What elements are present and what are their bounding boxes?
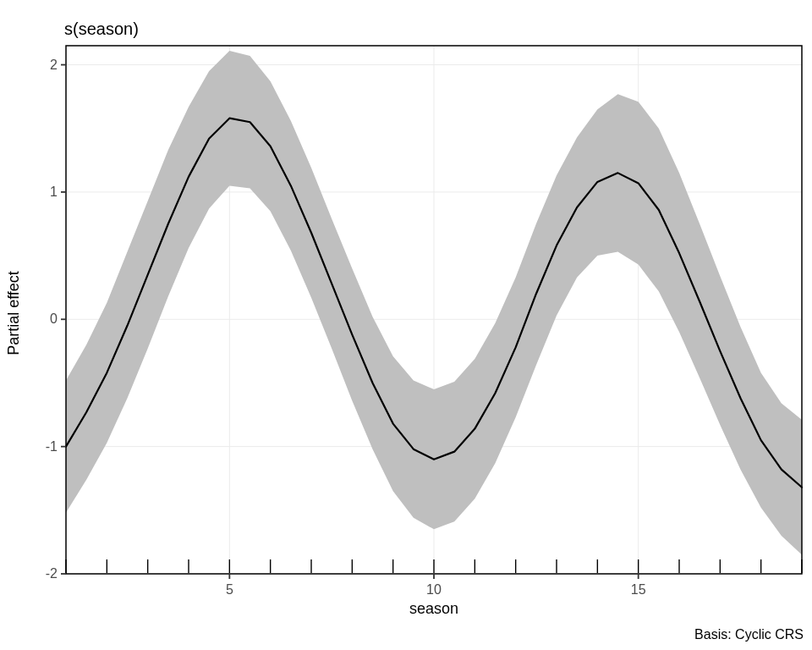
chart-caption: Basis: Cyclic CRS bbox=[694, 627, 804, 642]
y-tick-label: -2 bbox=[46, 566, 58, 581]
chart-container: { "chart_data": { "type": "line", "title… bbox=[0, 0, 812, 650]
chart-title: s(season) bbox=[64, 19, 139, 38]
y-tick-label: 1 bbox=[50, 185, 58, 199]
x-axis-label: season bbox=[409, 600, 458, 617]
y-tick-label: 0 bbox=[50, 311, 58, 326]
y-tick-label: -1 bbox=[46, 439, 58, 454]
x-tick-label: 10 bbox=[426, 582, 442, 597]
y-tick-label: 2 bbox=[50, 58, 58, 72]
smooth-effect-plot: s(season) season Partial effect Basis: C… bbox=[0, 0, 812, 650]
y-axis-label: Partial effect bbox=[5, 271, 22, 355]
x-tick-label: 5 bbox=[226, 582, 233, 597]
x-tick-label: 15 bbox=[631, 582, 646, 597]
